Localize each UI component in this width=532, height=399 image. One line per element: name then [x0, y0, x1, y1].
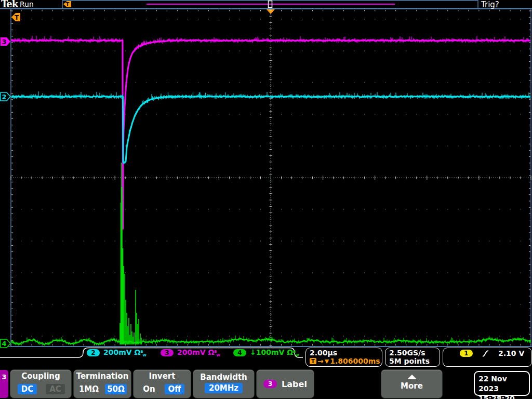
coupling-button[interactable]: Coupling DC AC [10, 370, 71, 398]
horizontal-delay: T→▼1.806000ms [310, 357, 380, 365]
acquisition-readout[interactable]: 2.50GS/s 5M points [385, 348, 440, 367]
up-arrow-icon [407, 375, 417, 379]
bandwidth-title: Bandwidth [193, 373, 254, 382]
ch4-scale: ↓100mV ΩBW [250, 348, 299, 357]
coupling-dc-option[interactable]: DC [18, 384, 37, 394]
trigger-position-t: T [15, 14, 19, 21]
ch4-badge: 4 [233, 349, 246, 356]
more-button[interactable]: More [381, 370, 442, 398]
trigger-readout[interactable]: 1 2.10 V [443, 348, 532, 367]
ch3-marker-label: 3 [2, 38, 6, 46]
invert-button[interactable]: Invert On Off [134, 370, 191, 398]
trigger-source-badge: 1 [460, 350, 473, 357]
record-trigger-t: T [66, 2, 70, 7]
invert-on-option[interactable]: On [141, 384, 157, 394]
ch3-readout[interactable]: 3 200mV ΩBW [161, 348, 220, 357]
trigger-t-icon: T [310, 358, 316, 364]
ch2-badge: 2 [87, 349, 100, 356]
datetime-display: 22 Nov 2023 15:28:20 [474, 371, 530, 396]
ch4-marker-label: 4 [2, 340, 6, 348]
more-title: More [381, 381, 442, 391]
menu-channel-tab[interactable]: 3 [0, 370, 8, 398]
invert-title: Invert [134, 371, 191, 381]
coupling-ac-option[interactable]: AC [46, 384, 65, 394]
termination-button[interactable]: Termination 1MΩ 50Ω [74, 370, 131, 398]
invert-off-option[interactable]: Off [165, 384, 184, 394]
rising-edge-icon [482, 350, 489, 357]
bandwidth-button[interactable]: Bandwidth 20MHz [193, 370, 254, 398]
termination-title: Termination [74, 371, 131, 381]
ch3-scale: 200mV ΩBW [177, 348, 220, 357]
sample-rate: 2.50GS/s [389, 349, 425, 357]
horizontal-readout[interactable]: 2.00µs T→▼1.806000ms [305, 348, 382, 367]
label-channel-badge: 3 [263, 380, 277, 388]
label-title: Label [282, 379, 307, 389]
ch2-readout[interactable]: 2 200mV ΩBW [87, 348, 147, 357]
ch3-badge: 3 [161, 349, 174, 356]
termination-50ohm-option[interactable]: 50Ω [105, 384, 127, 394]
record-length: 5M points [389, 357, 430, 365]
horizontal-scale: 2.00µs [310, 349, 337, 357]
trigger-status: Trig? [481, 0, 499, 9]
oscilloscope-screen: T234T Tek Run Trig? 2 200mV ΩBW 3 200mV … [0, 0, 532, 399]
acquisition-status: Run [20, 0, 34, 8]
ch2-scale: 200mV ΩBW [103, 348, 147, 357]
label-button[interactable]: 3 Label [257, 370, 314, 398]
bandwidth-20mhz-option[interactable]: 20MHz [205, 383, 243, 393]
date-text: 22 Nov 2023 [478, 374, 529, 394]
delay-marker-icon: ▼ [325, 358, 329, 365]
trigger-level: 2.10 V [498, 349, 524, 357]
ch2-trace-fuzz [12, 91, 530, 164]
ch2-marker-label: 2 [2, 93, 6, 101]
coupling-title: Coupling [10, 371, 71, 381]
time-text: 15:28:20 [478, 394, 529, 399]
ch4-readout[interactable]: 4 ↓100mV ΩBW [233, 348, 299, 357]
termination-1mohm-option[interactable]: 1MΩ [77, 384, 101, 394]
tek-logo: Tek [1, 0, 18, 9]
waveform-display: T234T [0, 0, 532, 399]
